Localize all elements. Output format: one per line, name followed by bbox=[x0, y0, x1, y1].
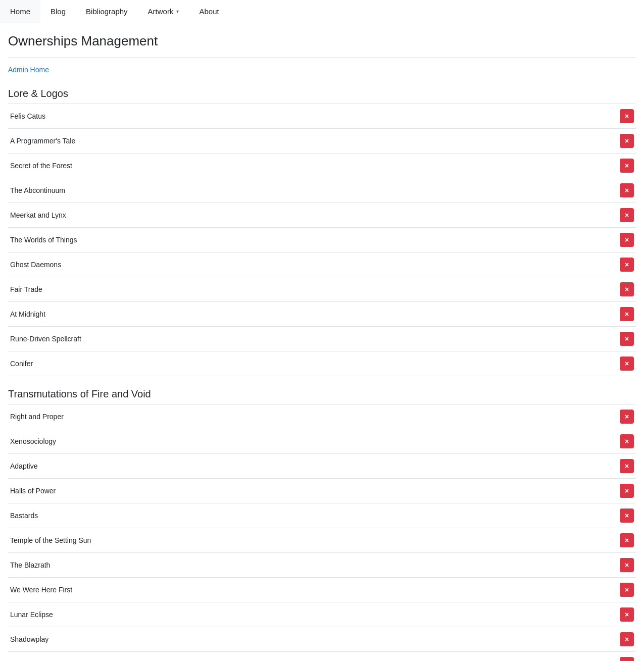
list-item: Lunar Eclipse× bbox=[8, 602, 636, 627]
section-lore-logos: Lore & LogosFelis Catus×A Programmer's T… bbox=[8, 88, 636, 376]
list-item: Meerkat and Lynx× bbox=[8, 202, 636, 227]
delete-button[interactable]: × bbox=[620, 208, 634, 222]
list-item: Bastards× bbox=[8, 503, 636, 528]
delete-button[interactable]: × bbox=[620, 332, 634, 346]
list-item: At Midnight× bbox=[8, 301, 636, 326]
section-title-lore-logos: Lore & Logos bbox=[8, 88, 636, 99]
list-item: Fair Trade× bbox=[8, 277, 636, 301]
nav-item-bibliography[interactable]: Bibliography bbox=[76, 0, 138, 23]
list-item-name: Felis Catus bbox=[10, 112, 45, 120]
list-item-name: Right and Proper bbox=[10, 413, 64, 421]
nav-item-label-about: About bbox=[199, 7, 219, 16]
delete-button[interactable]: × bbox=[620, 357, 634, 371]
main-nav: HomeBlogBibliographyArtwork▾About bbox=[0, 0, 644, 23]
list-item: The Worlds of Things× bbox=[8, 227, 636, 252]
list-item: Temple of the Setting Sun× bbox=[8, 528, 636, 552]
delete-button[interactable]: × bbox=[620, 533, 634, 547]
delete-button[interactable]: × bbox=[620, 159, 634, 173]
delete-button[interactable]: × bbox=[620, 558, 634, 572]
delete-button[interactable]: × bbox=[620, 183, 634, 197]
list-item: Xenosociology× bbox=[8, 429, 636, 453]
nav-item-home[interactable]: Home bbox=[0, 0, 40, 23]
delete-button[interactable]: × bbox=[620, 607, 634, 622]
list-item-name: Bastards bbox=[10, 512, 38, 520]
nav-item-artwork[interactable]: Artwork▾ bbox=[138, 0, 189, 23]
list-item-name: Rune-Driven Spellcraft bbox=[10, 335, 81, 343]
list-item: Ghost Daemons× bbox=[8, 252, 636, 277]
list-item: Halls of Power× bbox=[8, 478, 636, 503]
list-item: The Abcontinuum× bbox=[8, 178, 636, 202]
list-item-name: A Programmer's Tale bbox=[10, 137, 75, 145]
delete-button[interactable]: × bbox=[620, 134, 634, 148]
delete-button[interactable]: × bbox=[620, 233, 634, 247]
nav-item-label-home: Home bbox=[10, 7, 30, 16]
nav-item-label-bibliography: Bibliography bbox=[86, 7, 128, 16]
list-item-name: At Midnight bbox=[10, 310, 45, 318]
list-item-name: The Worlds of Things bbox=[10, 236, 77, 244]
title-divider bbox=[8, 57, 636, 58]
list-item: The Blazrath× bbox=[8, 552, 636, 577]
delete-button[interactable]: × bbox=[620, 632, 634, 646]
delete-button[interactable]: × bbox=[620, 282, 634, 296]
section-title-transmutations-fire-void: Transmutations of Fire and Void bbox=[8, 388, 636, 400]
delete-button[interactable]: × bbox=[620, 434, 634, 448]
chevron-down-icon: ▾ bbox=[176, 9, 179, 14]
list-item-name: Halls of Power bbox=[10, 487, 56, 495]
nav-item-label-artwork: Artwork bbox=[148, 7, 174, 16]
delete-button[interactable]: × bbox=[620, 484, 634, 498]
list-item: Felis Catus× bbox=[8, 104, 636, 128]
admin-home-link[interactable]: Admin Home bbox=[8, 66, 49, 74]
list-item-name: Temple of the Setting Sun bbox=[10, 536, 91, 544]
list-item-name: Xenosociology bbox=[10, 437, 56, 445]
page-title: Ownerships Management bbox=[8, 33, 636, 49]
list-item: Right and Proper× bbox=[8, 404, 636, 429]
list-item-name: We Were Here First bbox=[10, 586, 72, 594]
list-item: Secret of the Forest× bbox=[8, 153, 636, 178]
list-item-name: The Blazrath bbox=[10, 561, 50, 569]
nav-item-blog[interactable]: Blog bbox=[40, 0, 76, 23]
list-item-name: Conifer bbox=[10, 360, 33, 368]
nav-item-about[interactable]: About bbox=[189, 0, 229, 23]
list-item-name: The Abcontinuum bbox=[10, 186, 65, 194]
list-item-name: Meerkat and Lynx bbox=[10, 211, 66, 219]
list-item-name: Secret of the Forest bbox=[10, 162, 72, 170]
delete-button[interactable]: × bbox=[620, 109, 634, 123]
list-item-name: Adaptive bbox=[10, 462, 37, 470]
page-content: Ownerships Management Admin Home Lore & … bbox=[0, 23, 644, 661]
nav-item-label-blog: Blog bbox=[51, 7, 66, 16]
list-item: The Keyhole× bbox=[8, 651, 636, 661]
list-item: Shadowplay× bbox=[8, 627, 636, 651]
list-item-name: Fair Trade bbox=[10, 285, 42, 293]
delete-button[interactable]: × bbox=[620, 307, 634, 321]
list-item: A Programmer's Tale× bbox=[8, 128, 636, 153]
delete-button[interactable]: × bbox=[620, 459, 634, 473]
list-item: Adaptive× bbox=[8, 453, 636, 478]
delete-button[interactable]: × bbox=[620, 509, 634, 523]
list-item: Rune-Driven Spellcraft× bbox=[8, 326, 636, 351]
list-item-name: Lunar Eclipse bbox=[10, 611, 53, 619]
delete-button[interactable]: × bbox=[620, 583, 634, 597]
list-item: We Were Here First× bbox=[8, 577, 636, 602]
delete-button[interactable]: × bbox=[620, 657, 634, 661]
delete-button[interactable]: × bbox=[620, 258, 634, 272]
sections-container: Lore & LogosFelis Catus×A Programmer's T… bbox=[8, 88, 636, 661]
list-item-name: Shadowplay bbox=[10, 635, 48, 643]
delete-button[interactable]: × bbox=[620, 410, 634, 424]
list-item: Conifer× bbox=[8, 351, 636, 376]
list-item-name: Ghost Daemons bbox=[10, 261, 61, 269]
section-transmutations-fire-void: Transmutations of Fire and VoidRight and… bbox=[8, 388, 636, 661]
